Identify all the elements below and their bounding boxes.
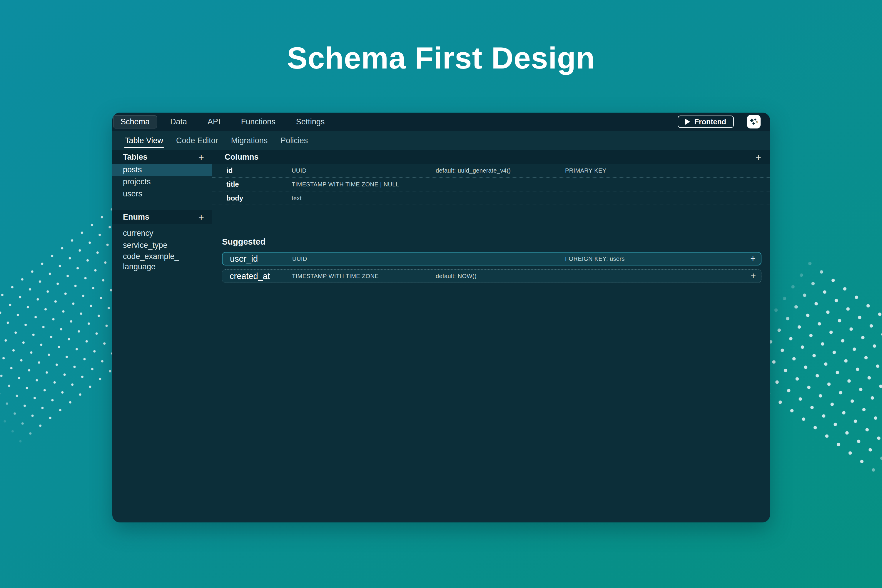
sidebar: Tables + posts projects users Enums + cu… <box>112 150 212 522</box>
add-suggested-created-at-button[interactable]: + <box>751 271 756 281</box>
enums-section-header: Enums + <box>112 210 212 224</box>
add-enum-button[interactable]: + <box>198 212 204 222</box>
column-name: title <box>226 180 239 189</box>
enums-list: currency service_type code_example_ lang… <box>112 224 212 272</box>
columns-title: Columns <box>225 153 756 162</box>
columns-panel: Columns + id UUID default: uuid_generate… <box>212 150 770 522</box>
brand-diamonds-icon: di <box>749 117 759 127</box>
tables-section-header: Tables + <box>112 150 212 164</box>
enum-label-line1: code_example_ <box>123 251 206 262</box>
enum-label: service_type <box>123 240 206 250</box>
column-name: body <box>226 194 243 202</box>
column-type: TIMESTAMP WITH TIME ZONE | NULL <box>292 181 399 188</box>
subtab-migrations[interactable]: Migrations <box>231 131 268 150</box>
columns-rows: id UUID default: uuid_generate_v4() PRIM… <box>212 164 770 205</box>
sidebar-item-code-example-language[interactable]: code_example_ language <box>112 251 212 272</box>
sidebar-item-service-type[interactable]: service_type <box>112 239 212 251</box>
add-suggested-user-id-button[interactable]: + <box>750 254 756 264</box>
suggested-name: created_at <box>230 272 270 281</box>
top-nav-tabs: Schema Data API Functions Settings <box>120 115 325 129</box>
column-row-title[interactable]: title TIMESTAMP WITH TIME ZONE | NULL <box>212 178 770 191</box>
topbar-right-controls: Frontend di <box>678 115 760 129</box>
top-nav-bar: Schema Data API Functions Settings Front… <box>112 112 770 131</box>
column-row-id[interactable]: id UUID default: uuid_generate_v4() PRIM… <box>212 164 770 178</box>
suggested-title: Suggested <box>222 237 770 247</box>
column-default: default: uuid_generate_v4() <box>436 167 511 174</box>
tab-settings[interactable]: Settings <box>296 117 325 126</box>
tab-functions[interactable]: Functions <box>241 117 276 126</box>
frontend-button[interactable]: Frontend <box>678 116 734 128</box>
brand-button[interactable]: di <box>747 115 760 129</box>
suggested-row-user-id[interactable]: user_id UUID FOREIGN KEY: users + <box>222 252 762 266</box>
app-window: Schema Data API Functions Settings Front… <box>112 112 770 522</box>
brand-text: di <box>756 120 758 123</box>
column-row-body[interactable]: body text <box>212 191 770 205</box>
app-body: Tables + posts projects users Enums + cu… <box>112 150 770 522</box>
sub-nav-bar: Table View Code Editor Migrations Polici… <box>112 131 770 150</box>
subtab-policies[interactable]: Policies <box>280 131 308 150</box>
suggested-default: default: NOW() <box>436 273 477 280</box>
tables-title: Tables <box>123 153 198 162</box>
column-type: UUID <box>292 167 307 174</box>
play-icon <box>686 119 690 124</box>
column-constraint: PRIMARY KEY <box>565 167 606 174</box>
page-title: Schema First Design <box>0 40 882 75</box>
sidebar-item-currency[interactable]: currency <box>112 227 212 239</box>
suggested-constraint: FOREIGN KEY: users <box>565 255 625 262</box>
tables-list: posts projects users <box>112 164 212 200</box>
suggested-type: TIMESTAMP WITH TIME ZONE <box>292 273 379 280</box>
tab-api[interactable]: API <box>208 117 220 126</box>
add-column-button[interactable]: + <box>756 152 761 162</box>
frontend-button-label: Frontend <box>694 118 726 126</box>
sidebar-item-projects[interactable]: projects <box>112 176 212 188</box>
subtab-code-editor[interactable]: Code Editor <box>176 131 218 150</box>
suggested-row-created-at[interactable]: created_at TIMESTAMP WITH TIME ZONE defa… <box>222 269 762 283</box>
tab-schema[interactable]: Schema <box>113 115 157 129</box>
enums-title: Enums <box>123 213 198 222</box>
add-table-button[interactable]: + <box>198 152 204 162</box>
subtab-table-view[interactable]: Table View <box>125 131 163 150</box>
column-type: text <box>292 195 302 201</box>
column-name: id <box>226 166 232 175</box>
suggested-type: UUID <box>292 255 307 262</box>
suggested-name: user_id <box>230 254 258 264</box>
columns-header: Columns + <box>212 150 770 164</box>
tab-data[interactable]: Data <box>170 117 187 126</box>
sidebar-item-posts[interactable]: posts <box>112 164 212 176</box>
sidebar-item-users[interactable]: users <box>112 188 212 200</box>
enum-label-line2: language <box>123 262 206 272</box>
enum-label: currency <box>123 228 206 238</box>
